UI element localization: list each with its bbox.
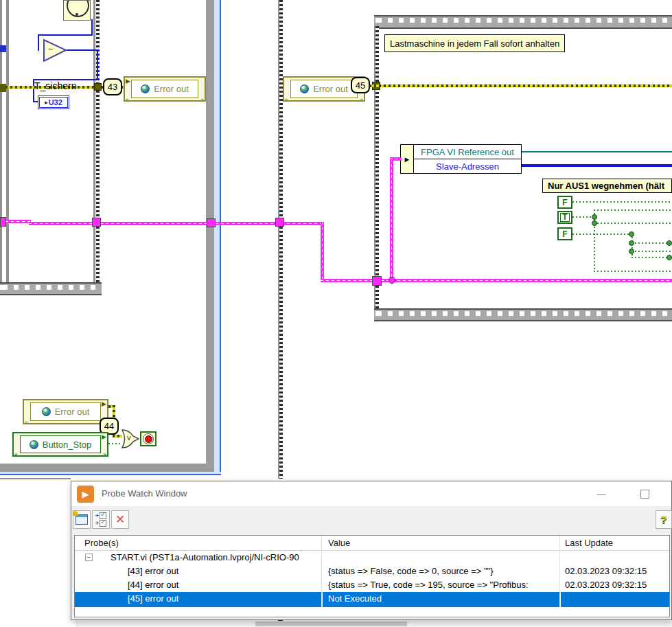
probe-mark-icon: „ [201,95,205,100]
blue-wire-down-right[interactable] [97,49,98,80]
cluster-wire-junction[interactable] [207,218,216,227]
probe-mark-icon: „ [360,95,364,100]
blue-wire-step[interactable] [38,34,93,36]
selection-glow-right [214,0,220,474]
left-frame-left-border-outer[interactable] [0,0,2,282]
column-header-value[interactable]: Value [328,538,350,548]
bool-wire-f2[interactable] [572,233,632,235]
blue-wire-decrement-out[interactable] [67,49,98,51]
globe-icon [30,440,38,449]
cluster-wire-junction[interactable] [372,276,382,286]
table-row-43[interactable]: [43] error out {status => False, code =>… [75,565,669,578]
probe-node-44[interactable]: ▶ „ „ Error out [23,399,108,424]
column-divider[interactable] [559,536,560,607]
unbundle-node-selector[interactable]: ► [400,144,414,174]
wire-junction-dot[interactable] [667,240,672,246]
cluster-wire-left[interactable] [5,220,31,223]
left-frame-left-border-inner[interactable] [6,0,9,282]
unbundle-row-slave-adressen[interactable]: Slave-Adressen [413,159,522,174]
left-frame-right-border-checker[interactable] [96,0,100,282]
bool-wire-branch-mid[interactable] [594,223,672,224]
unbundle-row-fpga-ref[interactable]: FPGA VI Reference out [413,144,522,159]
add-probes-button[interactable]: + + [92,510,110,529]
blue-wire-into-decrement[interactable] [38,34,39,51]
wait-ms-multiple-node[interactable] [63,0,91,21]
cluster-wire-junction[interactable] [92,218,101,227]
probe-number-44: 44 [104,421,114,431]
help-button[interactable]: ? [656,510,672,529]
tunnel-error-frame-right[interactable] [94,83,102,91]
decrement-function-node[interactable]: − [43,38,68,62]
t-sichern-label[interactable]: T_sichern [34,80,76,91]
new-probe-button[interactable] [73,510,91,529]
row-value: {status => True, code => 195, source => … [328,580,559,590]
table-row-start-vi[interactable]: − START.vi (PST1a-Automation.lvproj/NI-c… [75,551,669,565]
table-row-44[interactable]: [44] error out {status => True, code => … [75,578,669,592]
bool-constant-false-1[interactable]: F [557,196,572,209]
lastmaschine-comment-label[interactable]: Lastmaschine in jedem Fall sofort anhalt… [384,34,565,52]
bool-wire-h395[interactable] [594,271,672,272]
table-row-45-selected[interactable]: [45] error out Not Executed [75,592,669,607]
blue-wire-icon-down[interactable] [91,19,93,36]
loop-stop-terminal[interactable] [140,431,157,446]
big-frame-bottom-border[interactable] [374,308,672,321]
probe-node-43[interactable]: ▶ „ „ Error out [124,76,206,102]
button-stop-node[interactable]: ▶ „ „ Button_Stop [12,432,108,457]
probe-watch-window[interactable]: ▶ Probe Watch Window — + + ✕ ? Probe(s) … [71,481,672,620]
window-titlebar[interactable]: ▶ Probe Watch Window — [71,481,671,506]
tunnel-cluster-left[interactable] [0,217,6,227]
probe-balloon-43[interactable]: 43 [103,78,122,95]
cluster-wire-junction[interactable] [275,218,284,227]
wire-junction-dot[interactable] [629,249,634,254]
error-wire-45[interactable] [369,84,672,87]
while-loop-bottom-border[interactable] [0,464,214,472]
u32-indicator[interactable]: ▸ U32 [38,95,69,109]
delete-probe-button[interactable]: ✕ [111,510,129,529]
cluster-wire-to-unbundle[interactable] [390,157,402,161]
fpga-ref-label: FPGA VI Reference out [421,147,514,157]
lastmaschine-text: Lastmaschine in jedem Fall sofort anhalt… [390,38,559,49]
left-frame-right-border-gray[interactable] [93,0,95,282]
big-frame-left-border-checker[interactable] [375,26,379,308]
row-value: Not Executed [328,593,559,604]
wire-junction-dot[interactable] [667,255,672,260]
probe-balloon-45[interactable]: 45 [351,77,370,93]
cluster-wire-down[interactable] [321,222,324,282]
wire-junction-dot[interactable] [592,220,597,226]
tree-expander-icon[interactable]: − [85,554,93,561]
minimize-icon: — [597,489,606,499]
column-header-probes[interactable]: Probe(s) [84,538,119,548]
while-loop-right-border[interactable] [206,0,214,472]
minimize-button[interactable]: — [588,486,614,502]
list-header-row[interactable]: Probe(s) Value Last Update [75,536,669,551]
u32-type-label: U32 [49,98,62,106]
slave-adressen-wire[interactable] [522,164,672,167]
cluster-wire-up-branch[interactable] [390,159,393,282]
nur-aus1-comment-label[interactable]: Nur AUS1 wegnehmen (hält [542,179,672,193]
mid-frame-border-checker[interactable] [279,0,283,479]
bool-letter: F [562,198,567,207]
horizontal-scrollbar-thumb[interactable] [255,622,407,626]
bool-wire-button-stop[interactable] [108,443,122,444]
maximize-button[interactable] [632,486,658,502]
wire-junction-dot[interactable] [629,231,634,237]
cluster-wire-branch-dot[interactable] [389,277,395,284]
or-function-node[interactable]: v [121,429,140,449]
bool-constant-true[interactable]: T [557,211,572,224]
column-header-last-update[interactable]: Last Update [565,538,613,548]
probe-list[interactable]: Probe(s) Value Last Update − START.vi (P… [74,535,670,617]
bool-wire-f1[interactable] [572,201,672,203]
bool-wire-branch-up[interactable] [594,209,672,211]
left-frame-bottom-border[interactable] [0,282,102,295]
bool-constant-false-2[interactable]: F [557,227,572,240]
big-frame-top-border[interactable] [374,15,672,29]
tunnel-blue[interactable] [0,45,6,52]
bool-wire-h366[interactable] [632,251,672,252]
fpga-reference-wire[interactable] [522,151,672,152]
wire-junction-dot[interactable] [592,214,597,220]
column-divider[interactable] [321,536,322,607]
new-probe-icon [76,514,88,525]
bool-wire-vertical-2[interactable] [632,233,633,258]
probe-mark-icon: „ [285,95,288,100]
wire-junction-dot[interactable] [629,240,634,246]
